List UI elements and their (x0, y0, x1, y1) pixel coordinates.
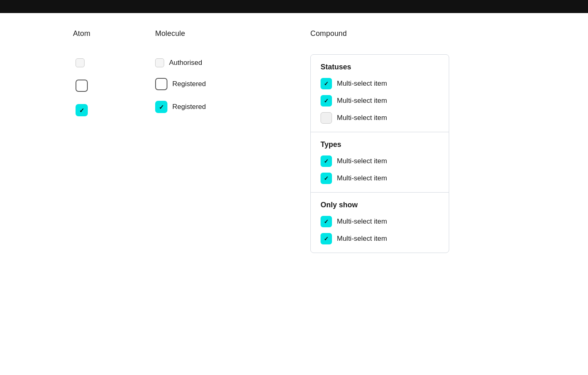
compound-item-label-o2: Multi-select item (337, 235, 387, 243)
compound-checkbox-t2[interactable]: ✓ (321, 173, 332, 184)
top-bar (0, 0, 588, 13)
compound-item-statuses-2: ✓ Multi-select item (321, 95, 439, 107)
checkmark-icon: ✓ (79, 107, 85, 113)
compound-checkbox-t1[interactable]: ✓ (321, 155, 332, 167)
compound-items-types: ✓ Multi-select item ✓ Multi-select item (321, 155, 439, 184)
section-title-only-show: Only show (321, 201, 439, 209)
compound-item-statuses-3: Multi-select item (321, 112, 439, 124)
compound-item-label-s1: Multi-select item (337, 80, 387, 88)
compound-panel: Statuses ✓ Multi-select item ✓ (310, 54, 449, 253)
compound-header: Compound (310, 29, 347, 38)
molecule-item-1: Authorised (155, 58, 206, 67)
checkmark-icon: ✓ (324, 158, 329, 164)
compound-item-types-1: ✓ Multi-select item (321, 155, 439, 167)
atom-checkbox-1[interactable] (76, 58, 85, 67)
compound-checkbox-o2[interactable]: ✓ (321, 233, 332, 244)
compound-item-only-show-2: ✓ Multi-select item (321, 233, 439, 244)
checkmark-icon: ✓ (159, 104, 164, 110)
compound-item-statuses-1: ✓ Multi-select item (321, 78, 439, 89)
checkmark-icon: ✓ (324, 219, 329, 224)
compound-item-label-s2: Multi-select item (337, 97, 387, 105)
compound-item-label-s3: Multi-select item (337, 114, 387, 122)
compound-checkbox-s1[interactable]: ✓ (321, 78, 332, 89)
compound-item-label-t1: Multi-select item (337, 157, 387, 165)
compound-item-types-2: ✓ Multi-select item (321, 173, 439, 184)
checkmark-icon: ✓ (324, 81, 329, 87)
section-title-statuses: Statuses (321, 63, 439, 71)
molecule-checkbox-2[interactable] (155, 78, 167, 90)
section-title-types: Types (321, 140, 439, 149)
atom-column: Atom ✓ (24, 29, 139, 253)
molecule-item-label-2: Registered (172, 80, 206, 88)
compound-section-types: Types ✓ Multi-select item ✓ (311, 132, 449, 192)
atom-header: Atom (73, 29, 91, 38)
atom-checkbox-3[interactable]: ✓ (76, 104, 88, 116)
compound-items-only-show: ✓ Multi-select item ✓ Multi-select item (321, 216, 439, 244)
molecule-item-3: ✓ Registered (155, 101, 206, 113)
molecule-column: Molecule Authorised Registered (139, 29, 286, 253)
molecule-items: Authorised Registered ✓ Registered (155, 58, 206, 113)
molecule-checkbox-3[interactable]: ✓ (155, 101, 167, 113)
molecule-checkbox-1[interactable] (155, 58, 164, 67)
compound-section-statuses: Statuses ✓ Multi-select item ✓ (311, 55, 449, 132)
molecule-header: Molecule (155, 29, 185, 38)
atom-checkbox-2[interactable] (76, 80, 88, 92)
compound-items-statuses: ✓ Multi-select item ✓ Multi-select item (321, 78, 439, 124)
compound-item-label-t2: Multi-select item (337, 174, 387, 182)
checkmark-icon: ✓ (324, 175, 329, 181)
atom-checkboxes: ✓ (76, 58, 88, 116)
compound-column: Compound Statuses ✓ Multi-select item (286, 29, 564, 253)
checkmark-icon: ✓ (324, 98, 329, 104)
molecule-item-label-1: Authorised (169, 59, 202, 67)
compound-item-label-o1: Multi-select item (337, 217, 387, 226)
compound-section-only-show: Only show ✓ Multi-select item ✓ (311, 192, 449, 253)
molecule-item-label-3: Registered (172, 103, 206, 111)
compound-checkbox-s2[interactable]: ✓ (321, 95, 332, 107)
molecule-item-2: Registered (155, 78, 206, 90)
compound-item-only-show-1: ✓ Multi-select item (321, 216, 439, 227)
compound-checkbox-s3[interactable] (321, 112, 332, 124)
compound-checkbox-o1[interactable]: ✓ (321, 216, 332, 227)
checkmark-icon: ✓ (324, 236, 329, 242)
